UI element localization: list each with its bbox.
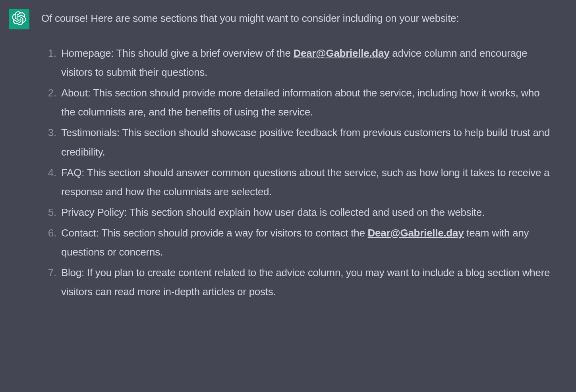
item-text-prefix: FAQ: This section should answer common q…: [61, 167, 549, 198]
item-text-prefix: Privacy Policy: This section should expl…: [61, 206, 485, 218]
item-text-prefix: Blog: If you plan to create content rela…: [61, 267, 550, 298]
list-item: Testimonials: This section should showca…: [41, 123, 555, 161]
message-container: Of course! Here are some sections that y…: [9, 9, 567, 303]
list-item: FAQ: This section should answer common q…: [41, 163, 555, 201]
list-item: Contact: This section should provide a w…: [41, 223, 555, 261]
item-text-prefix: Homepage: This should give a brief overv…: [61, 47, 294, 59]
message-content: Of course! Here are some sections that y…: [41, 9, 567, 303]
chatgpt-icon: [12, 11, 26, 27]
list-item: About: This section should provide more …: [41, 83, 555, 121]
email-link[interactable]: Dear@Gabrielle.day: [368, 227, 464, 239]
assistant-avatar: [9, 9, 29, 29]
item-text-prefix: About: This section should provide more …: [61, 87, 539, 118]
list-item: Privacy Policy: This section should expl…: [41, 203, 555, 222]
list-item: Blog: If you plan to create content rela…: [41, 263, 555, 301]
list-item: Homepage: This should give a brief overv…: [41, 44, 555, 82]
item-text-prefix: Testimonials: This section should showca…: [61, 127, 550, 158]
item-text-prefix: Contact: This section should provide a w…: [61, 227, 368, 239]
sections-list: Homepage: This should give a brief overv…: [41, 44, 555, 301]
intro-text: Of course! Here are some sections that y…: [41, 9, 555, 28]
email-link[interactable]: Dear@Gabrielle.day: [294, 47, 390, 59]
